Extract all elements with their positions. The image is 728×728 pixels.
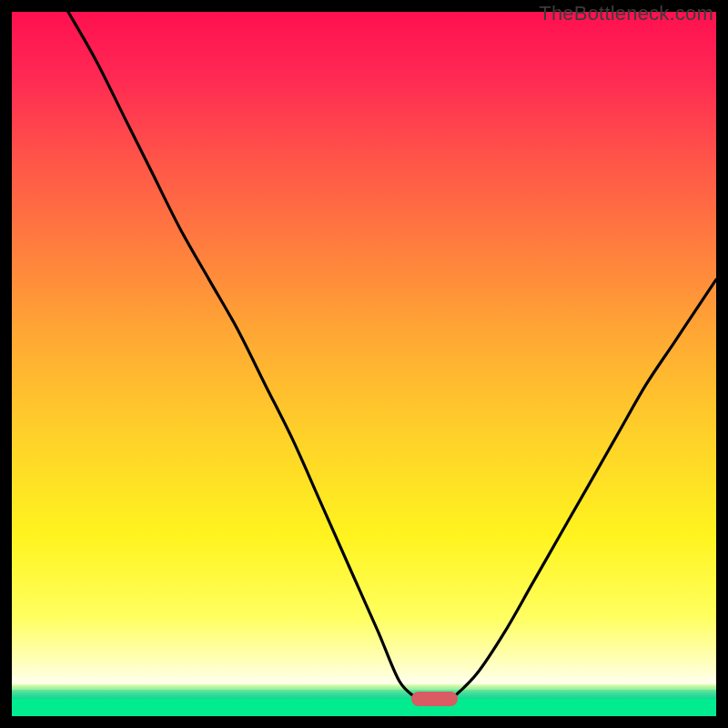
branding-watermark: TheBottleneck.com <box>539 2 713 25</box>
optimum-marker <box>411 692 457 706</box>
curve-path <box>68 12 716 699</box>
bottleneck-curve <box>12 12 716 716</box>
chart-stage: TheBottleneck.com <box>0 0 728 728</box>
plot-area <box>12 12 716 716</box>
